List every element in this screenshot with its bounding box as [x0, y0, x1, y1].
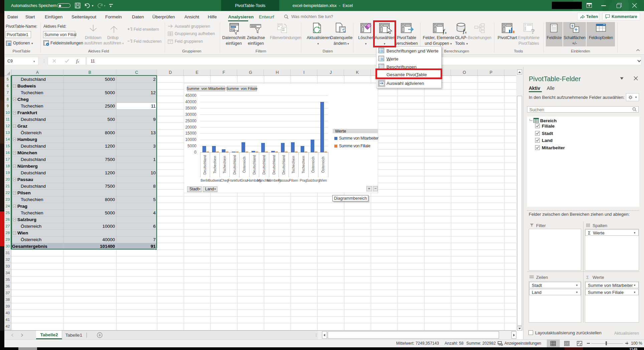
svg-text:x: x	[445, 30, 447, 34]
svg-text:?: ?	[531, 28, 535, 35]
svg-text:7: 7	[170, 41, 171, 44]
svg-text:x: x	[465, 30, 467, 34]
